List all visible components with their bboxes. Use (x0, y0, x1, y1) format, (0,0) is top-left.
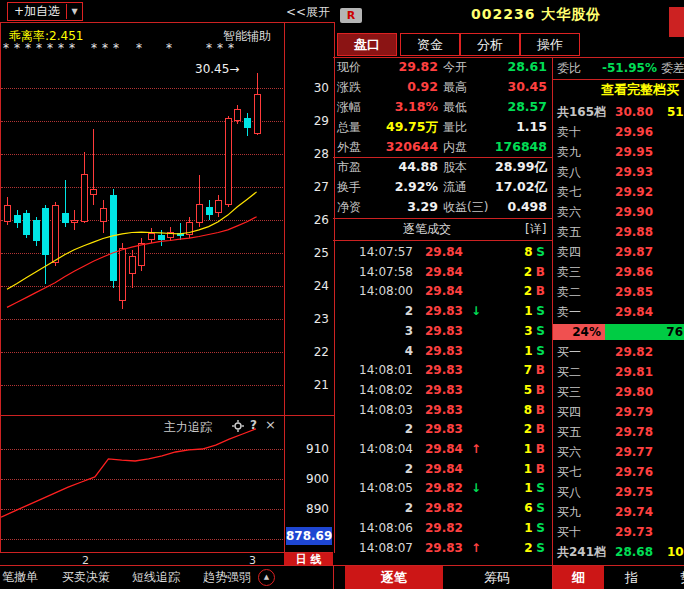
tab-trend[interactable]: 势 (659, 566, 684, 589)
depth-volume: 51 (667, 102, 684, 122)
tick-volume: 1 S (453, 301, 545, 321)
tick-time: 14:07:57 (333, 242, 413, 262)
depth-price: 29.76 (593, 462, 653, 482)
tab-daily-kline[interactable]: 日 线 (284, 552, 333, 566)
main-force-line (1, 416, 285, 553)
depth-price: 29.90 (593, 202, 653, 222)
price-tick-label: 25 (285, 246, 329, 260)
tick-volume: 3 S (453, 321, 545, 341)
quote-label: 涨跌 (337, 77, 361, 97)
sell-level-row: 卖七29.92 (553, 182, 684, 202)
tick-row: 429.831 S (333, 341, 552, 361)
quote-label: 市盈 (337, 157, 361, 177)
tick-row: 14:08:0229.835 B (333, 380, 552, 400)
chevron-down-icon[interactable]: ▼ (66, 4, 82, 19)
quote-value: 44.88 (373, 157, 438, 177)
tab-caozuo[interactable]: 操作 (520, 33, 580, 56)
tab-chips[interactable]: 筹码 (443, 566, 551, 589)
tick-time: 14:08:05 (333, 478, 413, 498)
buy-level-row: 买四29.79 (553, 402, 684, 422)
price-tick-label: 26 (285, 213, 329, 227)
subchart-axis: 878.69 910900890 (284, 415, 335, 553)
time-axis: 23 (0, 552, 284, 566)
sell-level-row: 卖四29.87 (553, 242, 684, 262)
tick-row: 14:08:0429.84↑1 B (333, 439, 552, 459)
sell-level-row: 卖十29.96 (553, 122, 684, 142)
depth-label: 卖八 (557, 162, 581, 182)
tick-volume: 1 B (453, 439, 545, 459)
depth-total-row: 共241档28.6810 (553, 542, 684, 562)
tick-row: 329.833 S (333, 321, 552, 341)
depth-price: 29.80 (593, 382, 653, 402)
stock-app-window: +加自选 ▼ <<展开 乖离率:2.451 智能辅助 30.45→ ******… (0, 0, 684, 589)
depth-total-row: 共165档30.8051 (553, 102, 684, 122)
btn-trend-strength[interactable]: 趋势强弱 (203, 569, 251, 586)
quote-label: 最高 (443, 77, 467, 97)
sell-level-row: 卖六29.90 (553, 202, 684, 222)
quote-value: 17.02亿 (479, 177, 547, 197)
quote-row: 市盈44.88股本28.99亿 (333, 157, 552, 177)
quote-value: 0.92 (373, 77, 438, 97)
price-tick-label: 23 (285, 312, 329, 326)
depth-price: 29.92 (593, 182, 653, 202)
collapse-up-icon[interactable]: ▲ (258, 569, 275, 586)
quote-row: 换手2.92%流通17.02亿 (333, 177, 552, 197)
buy-level-row: 买十29.73 (553, 522, 684, 542)
view-full-depth-link[interactable]: 查看完整档买 (601, 81, 679, 99)
bottom-bar: ▲ 笔撤单买卖决策短线追踪趋势强弱逐笔筹码细指势 (0, 565, 684, 589)
margin-trading-badge: R (340, 8, 362, 23)
weibi-row: 委比 -51.95% 委差 (553, 57, 684, 80)
depth-price: 29.96 (593, 122, 653, 142)
tick-time: 14:08:07 (333, 538, 413, 558)
depth-price: 29.86 (593, 262, 653, 282)
tick-detail-link[interactable]: [详] (525, 218, 546, 240)
depth-price: 29.82 (593, 342, 653, 362)
tick-volume: 2 B (453, 281, 545, 301)
tick-time: 14:08:03 (333, 400, 413, 420)
expand-button[interactable]: <<展开 (286, 4, 330, 21)
tab-fenxi[interactable]: 分析 (460, 33, 520, 56)
depth-label: 卖四 (557, 242, 581, 262)
depth-price: 29.88 (593, 222, 653, 242)
tab-detail[interactable]: 细 (553, 566, 604, 589)
depth-price: 29.81 (593, 362, 653, 382)
quote-label: 外盘 (337, 137, 361, 157)
btn-cancel-order[interactable]: 笔撤单 (2, 569, 38, 586)
tick-time: 2 (333, 419, 413, 439)
quote-value: 28.61 (479, 57, 547, 77)
tick-row: 229.841 B (333, 459, 552, 479)
buy-level-row: 买七29.76 (553, 462, 684, 482)
quote-label: 量比 (443, 117, 467, 137)
tab-index[interactable]: 指 (604, 566, 659, 589)
order-book-panel: 委比 -51.95% 委差 查看完整档买 共165档30.8051卖十29.96… (552, 57, 684, 565)
price-tick-label: 29 (285, 114, 329, 128)
quote-value: 320644 (373, 137, 438, 157)
tab-zijin[interactable]: 资金 (400, 33, 460, 56)
candlestick-chart[interactable]: 乖离率:2.451 智能辅助 30.45→ *************** (0, 22, 285, 416)
sell-level-row: 卖二29.85 (553, 282, 684, 302)
quote-row: 净资3.29收益(三)0.498 (333, 197, 552, 217)
quote-value: 29.82 (373, 57, 438, 77)
tab-tick-by-tick[interactable]: 逐笔 (345, 566, 443, 589)
tick-row: 14:08:0129.837 B (333, 360, 552, 380)
tick-time: 2 (333, 498, 413, 518)
quote-label: 流通 (443, 177, 467, 197)
add-watchlist-button[interactable]: +加自选 ▼ (7, 2, 83, 21)
buy-level-row: 买六29.77 (553, 442, 684, 462)
tick-row: 14:08:0529.82↓1 S (333, 478, 552, 498)
buy-ratio-segment: 24% (553, 324, 605, 340)
tick-volume: 6 S (453, 498, 545, 518)
tick-volume: 7 B (453, 360, 545, 380)
main-force-track-chart[interactable]: 主力追踪 ? × (0, 415, 285, 553)
quote-label: 现价 (337, 57, 361, 77)
depth-price: 29.74 (593, 502, 653, 522)
btn-trade-decision[interactable]: 买卖决策 (62, 569, 110, 586)
last-value-badge: 878.69 (286, 527, 332, 545)
quote-label: 涨幅 (337, 97, 361, 117)
btn-short-line-track[interactable]: 短线追踪 (132, 569, 180, 586)
quote-grid: 现价29.82今开28.61涨跌0.92最高30.45涨幅3.18%最低28.5… (333, 57, 552, 219)
tick-volume: 8 B (453, 400, 545, 420)
tick-volume: 1 S (453, 341, 545, 361)
add-watchlist-label: +加自选 (8, 4, 66, 19)
tab-pankou[interactable]: 盘口 (337, 33, 397, 56)
